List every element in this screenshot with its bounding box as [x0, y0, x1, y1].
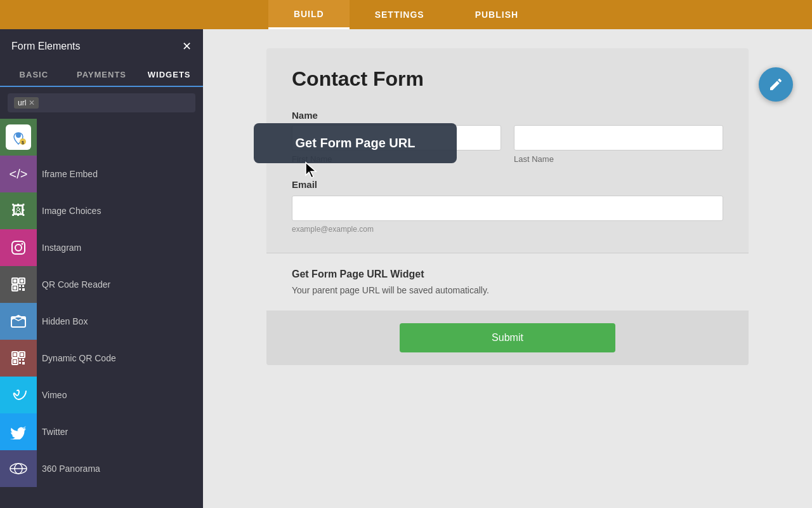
form-title: Contact Form	[292, 67, 723, 91]
sidebar-item-dynamic-qr-code[interactable]: Dynamic QR Code	[0, 340, 203, 377]
search-tag: url ✕	[14, 97, 39, 109]
sidebar-item-hidden-box[interactable]: Hidden Box	[0, 303, 203, 340]
form-container: Contact Form Name First Name Last Name	[266, 48, 749, 365]
sidebar-item-instagram[interactable]: Instagram	[0, 229, 203, 266]
svg-point-5	[15, 244, 22, 251]
tab-settings[interactable]: SETTINGS	[350, 0, 450, 29]
tab-publish[interactable]: PUBLISH	[450, 0, 544, 29]
last-name-group: Last Name	[514, 125, 723, 164]
widget-info-text: Your parent page URL will be saved autom…	[292, 285, 723, 295]
sidebar-item-360-panorama[interactable]: 360 Panorama	[0, 450, 203, 487]
floating-action-button[interactable]	[759, 67, 793, 102]
svg-rect-24	[19, 359, 21, 361]
twitter-icon	[0, 413, 37, 450]
submit-section: Submit	[266, 311, 749, 365]
svg-rect-14	[22, 285, 24, 287]
sidebar: Form Elements ✕ BASIC PAYMENTS WIDGETS u…	[0, 29, 203, 508]
search-input-wrapper: url ✕	[8, 93, 195, 112]
qr-code-reader-icon	[0, 266, 37, 303]
tab-basic[interactable]: BASIC	[0, 64, 68, 86]
search-bar: url ✕	[0, 87, 203, 119]
sidebar-tabs: BASIC PAYMENTS WIDGETS	[0, 64, 203, 87]
dynamic-qr-code-icon	[0, 340, 37, 377]
sidebar-item-get-form-page-url[interactable]: $	[0, 119, 203, 156]
svg-rect-8	[13, 279, 16, 283]
search-tag-text: url	[18, 98, 26, 107]
form-card: Contact Form Name First Name Last Name	[266, 48, 749, 311]
svg-rect-12	[13, 286, 16, 290]
get-form-page-url-icon: $	[0, 119, 37, 156]
close-icon[interactable]: ✕	[182, 39, 192, 53]
image-choices-icon: 🖼	[0, 192, 37, 229]
svg-rect-19	[13, 353, 16, 356]
email-hint: example@example.com	[292, 225, 723, 234]
svg-rect-16	[22, 288, 25, 291]
email-section-label: Email	[292, 179, 317, 190]
submit-button[interactable]: Submit	[400, 323, 615, 352]
svg-point-6	[22, 243, 23, 245]
hidden-box-label: Hidden Box	[37, 316, 88, 326]
sidebar-item-image-choices[interactable]: 🖼 Image Choices	[0, 192, 203, 229]
svg-rect-15	[19, 288, 21, 290]
svg-rect-10	[20, 279, 23, 283]
sidebar-header: Form Elements ✕	[0, 29, 203, 64]
content-area: Get Form Page URL Contact Form Name Firs…	[203, 29, 812, 508]
tooltip-text: Get Form Page URL	[296, 136, 416, 150]
email-group: example@example.com	[292, 196, 723, 234]
search-input[interactable]	[43, 98, 189, 108]
widget-info-title: Get Form Page URL Widget	[292, 269, 723, 280]
top-navigation: BUILD SETTINGS PUBLISH	[0, 0, 812, 29]
tab-build[interactable]: BUILD	[268, 0, 350, 29]
sidebar-item-vimeo[interactable]: Vimeo	[0, 377, 203, 413]
instagram-label: Instagram	[37, 243, 81, 253]
tab-payments[interactable]: PAYMENTS	[68, 64, 136, 86]
search-tag-close-icon[interactable]: ✕	[29, 98, 35, 107]
get-form-page-url-img: $	[6, 124, 31, 150]
qr-code-reader-label: QR Code Reader	[37, 279, 110, 290]
svg-text:$: $	[22, 140, 24, 145]
vimeo-icon	[0, 377, 37, 413]
sidebar-items-list: $ </> Iframe Embed 🖼 Image Choices	[0, 119, 203, 508]
sidebar-title: Form Elements	[11, 41, 80, 52]
360-panorama-label: 360 Panorama	[37, 464, 100, 474]
vimeo-label: Vimeo	[37, 390, 67, 400]
tab-widgets[interactable]: WIDGETS	[135, 64, 203, 87]
hidden-box-icon	[0, 303, 37, 340]
iframe-embed-label: Iframe Embed	[37, 169, 98, 179]
email-input[interactable]	[292, 196, 723, 221]
svg-rect-26	[19, 362, 21, 364]
tooltip-popup: Get Form Page URL	[254, 123, 457, 163]
last-name-label: Last Name	[514, 154, 723, 164]
sidebar-item-iframe-embed[interactable]: </> Iframe Embed	[0, 156, 203, 192]
svg-rect-25	[22, 359, 24, 361]
360-panorama-icon	[0, 450, 37, 487]
last-name-input[interactable]	[514, 125, 723, 150]
sidebar-item-twitter[interactable]: Twitter	[0, 413, 203, 450]
svg-rect-23	[13, 360, 16, 363]
image-choices-label: Image Choices	[37, 206, 101, 216]
twitter-label: Twitter	[37, 427, 68, 437]
instagram-icon	[0, 229, 37, 266]
widget-info-block: Get Form Page URL Widget Your parent pag…	[266, 253, 749, 311]
dynamic-qr-code-label: Dynamic QR Code	[37, 353, 116, 363]
sidebar-item-qr-code-reader[interactable]: QR Code Reader	[0, 266, 203, 303]
svg-rect-13	[19, 285, 21, 287]
svg-rect-21	[20, 353, 23, 356]
name-section-label: Name	[292, 110, 318, 121]
main-layout: Form Elements ✕ BASIC PAYMENTS WIDGETS u…	[0, 29, 812, 508]
iframe-embed-icon: </>	[0, 156, 37, 192]
svg-rect-27	[22, 362, 25, 364]
